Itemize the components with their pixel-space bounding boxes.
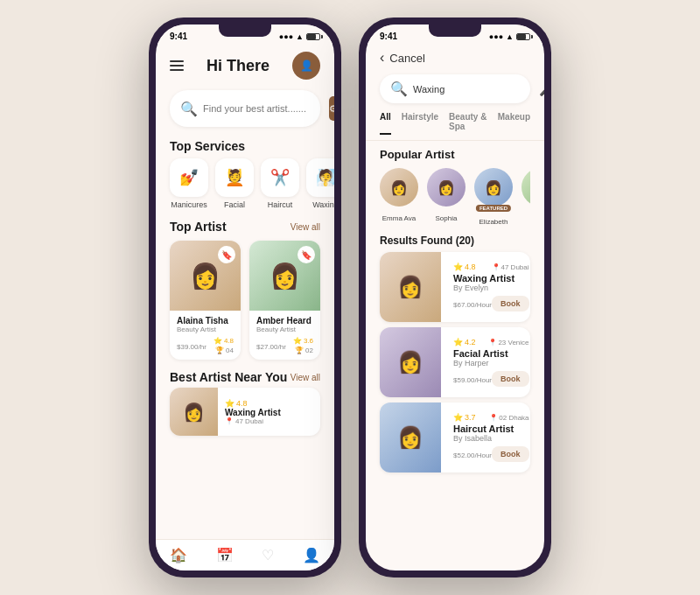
service-waxing[interactable]: 🧖 Waxing — [306, 158, 334, 209]
top-artist-view-all[interactable]: View all — [290, 222, 320, 232]
result-by-3: By Isabella — [453, 434, 529, 443]
tab-all[interactable]: All — [380, 112, 391, 135]
bookmark-alaina[interactable]: 🔖 — [218, 246, 235, 263]
popular-section: Popular Artist 👩 Emma Ava 👩 Sophia 👩 FEA… — [366, 141, 544, 229]
best-near-view-all[interactable]: View all — [290, 373, 320, 382]
popular-artist-sophia[interactable]: 👩 Sophia — [427, 168, 466, 226]
cancel-button[interactable]: Cancel — [389, 52, 424, 65]
near-img: 👩 — [170, 388, 218, 436]
search-input-2[interactable] — [413, 84, 534, 94]
nav-home[interactable]: 🏠 — [170, 547, 187, 564]
page-title: Hi There — [206, 57, 270, 75]
tab-makeup[interactable]: Makeup — [498, 112, 530, 135]
phone1-notch — [219, 24, 271, 37]
battery-icon — [306, 33, 320, 40]
result-title-3: Haircut Artist — [453, 424, 529, 434]
result-price-2: $59.00/Hour — [453, 374, 492, 384]
haircut-icon: ✂️ — [261, 158, 299, 197]
top-services-title: Top Services — [156, 132, 334, 158]
avatar[interactable]: 👤 — [292, 52, 320, 80]
service-facial[interactable]: 💆 Facial — [215, 158, 254, 209]
tab-hairstyle[interactable]: Hairstyle — [402, 112, 438, 135]
artist-info-amber: Amber Heard Beauty Artist $27.00/hr ⭐ 3.… — [249, 311, 320, 360]
result-top-1: ⭐ 4.8 📍 47 Dubai — [453, 262, 529, 271]
haircut-label: Haircut — [268, 200, 293, 209]
search-icon-2: 🔍 — [390, 80, 408, 97]
phone1-status-icons: ●●● ▲ — [279, 32, 320, 41]
result-info-1: ⭐ 4.8 📍 47 Dubai Waxing Artist By Evelyn… — [448, 252, 530, 322]
near-title: Waxing Artist — [225, 408, 313, 417]
waxing-label: Waxing — [312, 200, 334, 209]
popular-artist-alaina[interactable]: 👩 Alaina — [522, 168, 530, 226]
result-card-1[interactable]: 👩 ⭐ 4.8 📍 47 Dubai Waxing Artist By Evel… — [380, 252, 530, 322]
result-top-2: ⭐ 4.2 📍 23 Venice — [453, 338, 529, 346]
service-manicures[interactable]: 💅 Manicures — [170, 158, 208, 209]
menu-icon[interactable] — [170, 60, 184, 71]
phone-1: 9:41 ●●● ▲ Hi There 👤 — [149, 18, 341, 578]
back-button[interactable]: ‹ — [380, 50, 384, 66]
popular-artist-elizabeth[interactable]: 👩 FEATURED Elizabeth — [474, 168, 513, 226]
nav-calendar[interactable]: 📅 — [216, 547, 234, 564]
search-bar: 🔍 ⚙ — [170, 90, 320, 127]
mic-icon[interactable]: 🎤 — [539, 82, 544, 96]
search-icon: 🔍 — [180, 101, 198, 117]
result-img-1: 👩 — [380, 252, 441, 322]
book-button-1[interactable]: Book — [492, 296, 529, 312]
nav-profile[interactable]: 👤 — [303, 547, 320, 564]
artist-price-amber: $27.00/hr — [256, 341, 286, 351]
signal-icon: ●●● — [279, 32, 293, 41]
result-by-1: By Evelyn — [453, 284, 529, 292]
avatar-alaina: 👩 — [522, 168, 530, 206]
result-location-3: 📍 02 Dhaka — [489, 414, 528, 422]
bookmark-amber[interactable]: 🔖 — [298, 246, 315, 263]
bottom-nav: 🏠 📅 ♡ 👤 — [156, 539, 334, 570]
best-near-title: Best Artist Near You — [170, 370, 287, 384]
book-button-3[interactable]: Book — [492, 446, 529, 462]
result-title-1: Waxing Artist — [453, 273, 529, 284]
filter-button[interactable]: ⚙ — [329, 96, 334, 121]
wifi-icon: ▲ — [296, 32, 304, 41]
nav-favorites[interactable]: ♡ — [262, 547, 274, 564]
artist-meta-alaina: $39.00/hr ⭐ 4.8 🏆 04 — [177, 337, 234, 354]
artist-name-amber: Amber Heard — [256, 316, 313, 326]
artist-card-amber[interactable]: 👩 🔖 Amber Heard Beauty Artist $27.00/hr … — [249, 241, 320, 360]
artist-meta-amber: $27.00/hr ⭐ 3.6 🏆 02 — [256, 337, 313, 354]
result-bottom-1: $67.00/Hour Book — [453, 296, 529, 312]
result-location-1: 📍 47 Dubai — [492, 263, 529, 271]
result-card-3[interactable]: 👩 ⭐ 3.7 📍 02 Dhaka Haircut Artist By Isa… — [380, 402, 530, 472]
results-title: Results Found (20) — [380, 234, 530, 247]
facial-label: Facial — [224, 200, 245, 209]
artists-row: 👩 🔖 Alaina Tisha Beauty Artist $39.00/hr… — [156, 237, 334, 367]
artist-card-alaina[interactable]: 👩 🔖 Alaina Tisha Beauty Artist $39.00/hr… — [170, 241, 241, 360]
service-haircut[interactable]: ✂️ Haircut — [261, 158, 299, 209]
book-button-2[interactable]: Book — [492, 371, 529, 387]
popular-artist-emma[interactable]: 👩 Emma Ava — [380, 168, 418, 226]
services-grid: 💅 Manicures 💆 Facial ✂️ Haircut 🧖 Waxing — [156, 158, 334, 216]
best-near-card-container: 👩 ⭐ 4.8 Waxing Artist 📍 47 Dubai — [156, 384, 334, 436]
name-sophia: Sophia — [436, 214, 458, 222]
result-info-3: ⭐ 3.7 📍 02 Dhaka Haircut Artist By Isabe… — [448, 402, 530, 472]
search-input[interactable] — [203, 103, 324, 114]
best-near-header: Best Artist Near You View all — [156, 367, 334, 384]
phone2-screen: 9:41 ●●● ▲ ‹ Cancel 🔍 🎤 — [366, 24, 544, 570]
battery-icon-2 — [516, 33, 530, 40]
near-location: 📍 47 Dubai — [225, 417, 313, 425]
result-rating-3: ⭐ 3.7 — [453, 413, 476, 422]
facial-icon: 💆 — [215, 158, 254, 197]
tab-beauty-spa[interactable]: Beauty & Spa — [449, 112, 487, 135]
result-rating-1: ⭐ 4.8 — [453, 262, 476, 271]
phones-container: 9:41 ●●● ▲ Hi There 👤 — [131, 0, 569, 595]
near-info: ⭐ 4.8 Waxing Artist 📍 47 Dubai — [225, 394, 313, 430]
artist-awards-amber: 🏆 02 — [295, 346, 313, 354]
featured-badge: FEATURED — [476, 205, 511, 212]
name-elizabeth: Elizabeth — [480, 218, 508, 226]
result-card-2[interactable]: 👩 ⭐ 4.2 📍 23 Venice Facial Artist By Har… — [380, 327, 530, 397]
result-rating-2: ⭐ 4.2 — [453, 338, 476, 346]
artist-rating-alaina: ⭐ 4.8 — [214, 337, 234, 345]
result-by-2: By Harper — [453, 359, 529, 368]
best-near-card[interactable]: 👩 ⭐ 4.8 Waxing Artist 📍 47 Dubai — [170, 388, 320, 436]
waxing-icon: 🧖 — [306, 158, 334, 197]
phone2-time: 9:41 — [380, 32, 397, 41]
near-rating: ⭐ 4.8 — [225, 399, 313, 408]
result-price-1: $67.00/Hour — [453, 298, 492, 309]
